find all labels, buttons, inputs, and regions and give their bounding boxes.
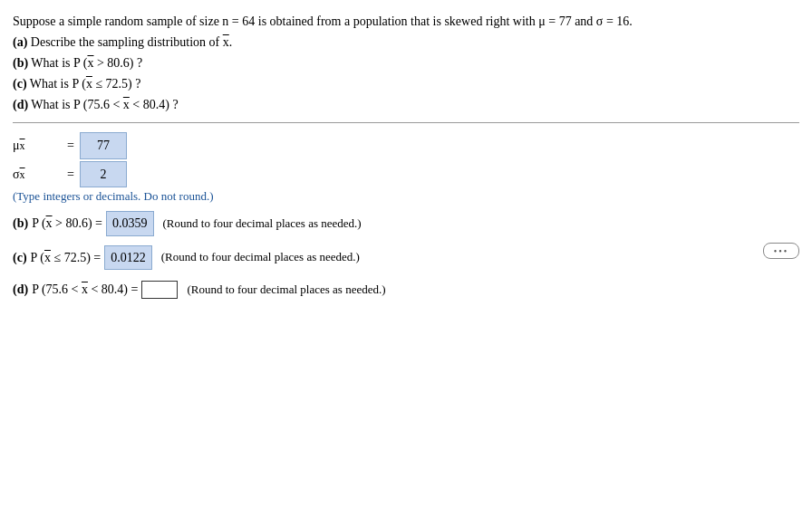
x-bar-a: x [223, 35, 229, 49]
part-c-note: (Round to four decimal places as needed.… [161, 247, 360, 267]
part-c-answer-row: (c) P (x ≤ 72.5) = 0.0122 (Round to four… [13, 245, 799, 271]
part-d-answer-row: (d) P (75.6 < x < 80.4) = (Round to four… [13, 279, 799, 301]
x-bar-b: x [87, 56, 93, 70]
part-d-answer-input[interactable] [141, 281, 178, 299]
x-bar-d: x [123, 98, 130, 111]
part-c-prefix: P (x ≤ 72.5) = [31, 247, 102, 269]
part-c-label: (c) [13, 77, 27, 91]
x-bar-c: x [86, 77, 92, 91]
part-c-bold: (c) [13, 247, 27, 269]
sigma-x-value[interactable]: 2 [80, 161, 127, 187]
part-a: (a) Describe the sampling distribution o… [13, 32, 799, 53]
sigma-equals: = [67, 163, 74, 186]
mu-x-label: μx [13, 134, 67, 157]
part-c: (c) What is P (x ≤ 72.5) ? [13, 73, 799, 94]
part-a-label: (a) [13, 35, 27, 49]
part-d-bold: (d) [13, 279, 28, 301]
hint-text: (Type integers or decimals. Do not round… [13, 189, 799, 204]
intro-text: Suppose a simple random sample of size n… [13, 11, 799, 32]
sigma-x-row: σx = 2 [13, 161, 799, 187]
section-divider [13, 122, 799, 123]
part-b-answer-value[interactable]: 0.0359 [106, 211, 154, 236]
part-d-note: (Round to four decimal places as needed.… [187, 280, 385, 300]
part-b-bold: (b) [13, 213, 28, 235]
part-b: (b) What is P (x > 80.6) ? [13, 53, 799, 73]
main-container: Suppose a simple random sample of size n… [0, 0, 812, 517]
sigma-x-label: σx [13, 163, 67, 186]
part-d-label: (d) [13, 98, 28, 111]
question-block: Suppose a simple random sample of size n… [13, 11, 799, 115]
part-b-answer-row: (b) P (x > 80.6) = 0.0359 (Round to four… [13, 211, 799, 236]
part-d: (d) What is P (75.6 < x < 80.4) ? [13, 94, 799, 115]
part-c-answer-value[interactable]: 0.0122 [104, 245, 152, 271]
mu-x-value[interactable]: 77 [80, 132, 127, 158]
part-b-prefix: P (x > 80.6) = [32, 213, 102, 235]
part-b-note: (Round to four decimal places as needed.… [163, 214, 362, 234]
mu-x-row: μx = 77 [13, 132, 799, 158]
part-d-prefix: P (75.6 < x < 80.4) = [32, 279, 138, 301]
answer-section: μx = 77 σx = 2 (Type integers or decimal… [13, 132, 799, 301]
scrollbar-dots: ••• [774, 246, 789, 256]
scrollbar-indicator[interactable]: ••• [763, 243, 799, 259]
mu-equals: = [67, 134, 74, 157]
part-b-label: (b) [13, 56, 28, 70]
